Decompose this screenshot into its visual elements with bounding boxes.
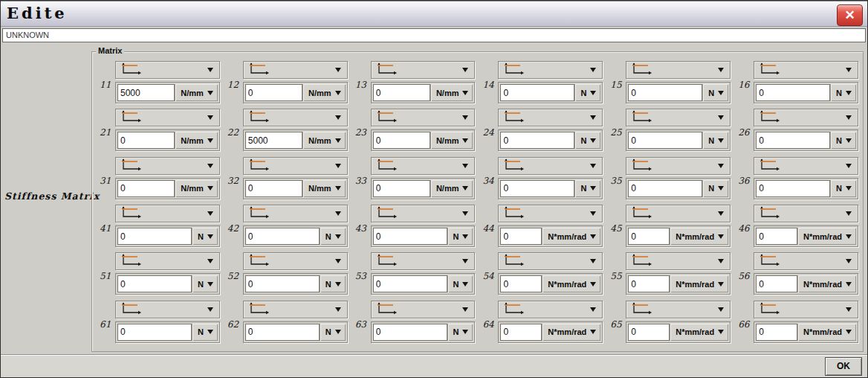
stiffness-value-input[interactable]	[500, 324, 542, 341]
curve-type-dropdown[interactable]	[498, 61, 603, 79]
unit-dropdown[interactable]: N	[830, 84, 856, 101]
unit-dropdown[interactable]: N*mm/rad	[542, 228, 600, 245]
curve-type-dropdown[interactable]	[498, 109, 603, 126]
curve-type-dropdown[interactable]	[626, 301, 731, 318]
stiffness-value-input[interactable]	[117, 180, 175, 197]
stiffness-value-input[interactable]	[373, 180, 430, 197]
unit-dropdown[interactable]: N	[574, 132, 600, 149]
curve-type-dropdown[interactable]	[626, 205, 731, 222]
unit-dropdown[interactable]: N	[320, 324, 346, 341]
stiffness-value-input[interactable]	[245, 132, 302, 149]
unit-dropdown[interactable]: N/mm	[302, 132, 346, 149]
unit-dropdown[interactable]: N*mm/rad	[542, 275, 600, 292]
stiffness-value-input[interactable]	[117, 132, 175, 149]
curve-type-dropdown[interactable]	[626, 61, 731, 79]
unit-dropdown[interactable]: N	[702, 84, 728, 101]
unit-dropdown[interactable]: N	[447, 228, 473, 245]
stiffness-value-input[interactable]	[117, 228, 192, 245]
stiffness-value-input[interactable]	[756, 84, 830, 101]
unit-dropdown[interactable]: N	[574, 180, 600, 197]
stiffness-value-input[interactable]	[500, 132, 574, 149]
unit-dropdown[interactable]: N	[574, 84, 600, 101]
unit-dropdown[interactable]: N*mm/rad	[797, 228, 856, 245]
unit-dropdown[interactable]: N*mm/rad	[542, 324, 600, 341]
stiffness-value-input[interactable]	[245, 275, 320, 292]
curve-type-dropdown[interactable]	[498, 157, 603, 175]
curve-type-dropdown[interactable]	[115, 301, 220, 318]
curve-type-dropdown[interactable]	[754, 157, 858, 175]
unit-dropdown[interactable]: N/mm	[175, 84, 218, 101]
stiffness-value-input[interactable]	[117, 84, 175, 101]
unit-dropdown[interactable]: N	[192, 275, 218, 292]
unit-dropdown[interactable]: N	[830, 132, 856, 149]
stiffness-value-input[interactable]	[628, 324, 670, 341]
stiffness-value-input[interactable]	[500, 275, 542, 292]
curve-type-dropdown[interactable]	[754, 301, 858, 318]
unit-dropdown[interactable]: N	[702, 180, 728, 197]
stiffness-value-input[interactable]	[500, 84, 574, 101]
unit-dropdown[interactable]: N*mm/rad	[670, 275, 728, 292]
stiffness-value-input[interactable]	[245, 180, 302, 197]
curve-type-dropdown[interactable]	[243, 205, 348, 222]
unit-dropdown[interactable]: N/mm	[430, 180, 473, 197]
curve-type-dropdown[interactable]	[371, 157, 476, 175]
curve-type-dropdown[interactable]	[498, 252, 603, 270]
stiffness-value-input[interactable]	[117, 275, 192, 292]
stiffness-value-input[interactable]	[756, 228, 797, 245]
curve-type-dropdown[interactable]	[243, 61, 348, 79]
curve-type-dropdown[interactable]	[371, 61, 476, 79]
unit-dropdown[interactable]: N*mm/rad	[670, 228, 728, 245]
curve-type-dropdown[interactable]	[626, 252, 731, 270]
curve-type-dropdown[interactable]	[115, 109, 220, 126]
unit-dropdown[interactable]: N*mm/rad	[670, 324, 728, 341]
curve-type-dropdown[interactable]	[115, 205, 220, 222]
curve-type-dropdown[interactable]	[498, 301, 603, 318]
stiffness-value-input[interactable]	[628, 228, 670, 245]
stiffness-value-input[interactable]	[245, 228, 320, 245]
curve-type-dropdown[interactable]	[626, 109, 731, 126]
stiffness-value-input[interactable]	[500, 180, 574, 197]
name-field[interactable]: UNKNOWN	[2, 28, 866, 42]
unit-dropdown[interactable]: N	[702, 132, 728, 149]
curve-type-dropdown[interactable]	[371, 205, 476, 222]
close-button[interactable]: ✕	[837, 4, 863, 26]
curve-type-dropdown[interactable]	[754, 61, 858, 79]
stiffness-value-input[interactable]	[245, 324, 320, 341]
stiffness-value-input[interactable]	[628, 132, 702, 149]
stiffness-value-input[interactable]	[373, 275, 447, 292]
unit-dropdown[interactable]: N/mm	[302, 180, 346, 197]
curve-type-dropdown[interactable]	[626, 157, 731, 175]
curve-type-dropdown[interactable]	[243, 252, 348, 270]
curve-type-dropdown[interactable]	[243, 157, 348, 175]
unit-dropdown[interactable]: N	[192, 324, 218, 341]
unit-dropdown[interactable]: N	[192, 228, 218, 245]
stiffness-value-input[interactable]	[373, 228, 447, 245]
stiffness-value-input[interactable]	[117, 324, 192, 341]
unit-dropdown[interactable]: N	[447, 275, 473, 292]
unit-dropdown[interactable]: N*mm/rad	[797, 275, 856, 292]
unit-dropdown[interactable]: N/mm	[430, 132, 473, 149]
unit-dropdown[interactable]: N	[320, 228, 346, 245]
curve-type-dropdown[interactable]	[115, 252, 220, 270]
stiffness-value-input[interactable]	[756, 132, 830, 149]
unit-dropdown[interactable]: N/mm	[302, 84, 346, 101]
stiffness-value-input[interactable]	[373, 84, 430, 101]
curve-type-dropdown[interactable]	[371, 109, 476, 126]
unit-dropdown[interactable]: N*mm/rad	[797, 324, 856, 341]
stiffness-value-input[interactable]	[628, 180, 702, 197]
unit-dropdown[interactable]: N/mm	[175, 132, 218, 149]
curve-type-dropdown[interactable]	[243, 301, 348, 318]
stiffness-value-input[interactable]	[756, 324, 797, 341]
curve-type-dropdown[interactable]	[498, 205, 603, 222]
stiffness-value-input[interactable]	[500, 228, 542, 245]
curve-type-dropdown[interactable]	[115, 61, 220, 79]
stiffness-value-input[interactable]	[756, 275, 797, 292]
curve-type-dropdown[interactable]	[371, 301, 476, 318]
curve-type-dropdown[interactable]	[754, 252, 858, 270]
curve-type-dropdown[interactable]	[371, 252, 476, 270]
stiffness-value-input[interactable]	[628, 275, 670, 292]
stiffness-value-input[interactable]	[756, 180, 830, 197]
unit-dropdown[interactable]: N	[830, 180, 856, 197]
unit-dropdown[interactable]: N/mm	[430, 84, 473, 101]
curve-type-dropdown[interactable]	[243, 109, 348, 126]
